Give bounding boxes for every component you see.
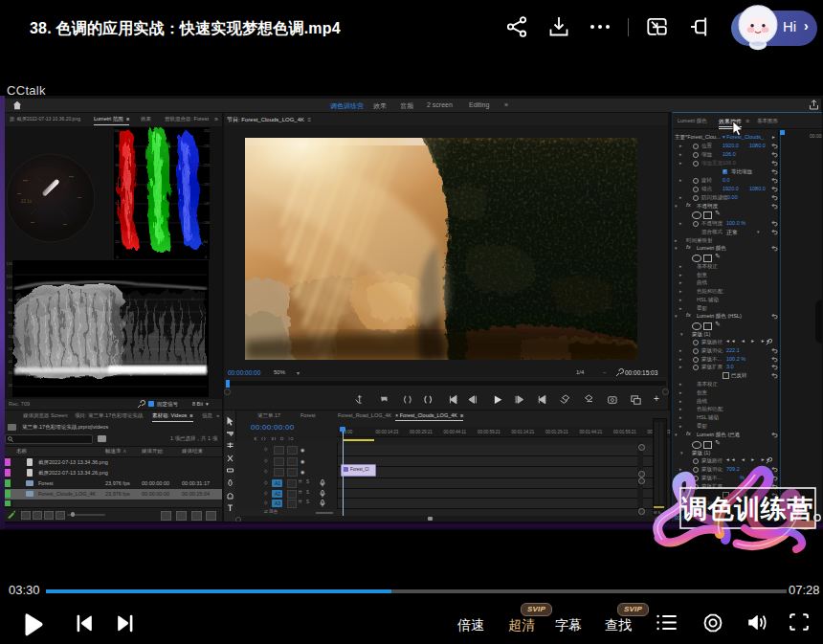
svg-text:0: 0 bbox=[205, 255, 207, 259]
svg-text:调色训练营: 调色训练营 bbox=[680, 495, 813, 523]
svg-text:80: 80 bbox=[116, 164, 120, 167]
svg-text:50: 50 bbox=[116, 202, 120, 206]
svg-text:64: 64 bbox=[204, 240, 208, 244]
svg-text:100: 100 bbox=[114, 129, 120, 133]
svg-text:90: 90 bbox=[116, 144, 120, 148]
svg-text:149: 149 bbox=[204, 202, 210, 206]
svg-text:255: 255 bbox=[204, 129, 210, 133]
svg-text:106: 106 bbox=[204, 221, 210, 225]
svg-text:70: 70 bbox=[116, 183, 120, 187]
svg-text:0: 0 bbox=[117, 255, 119, 259]
svg-text:20: 20 bbox=[116, 240, 120, 244]
svg-text:213: 213 bbox=[204, 164, 210, 167]
svg-text:30: 30 bbox=[116, 221, 120, 225]
svg-text:235: 235 bbox=[204, 144, 210, 148]
svg-text:22 1x: 22 1x bbox=[21, 199, 33, 204]
svg-text:191: 191 bbox=[204, 183, 210, 187]
